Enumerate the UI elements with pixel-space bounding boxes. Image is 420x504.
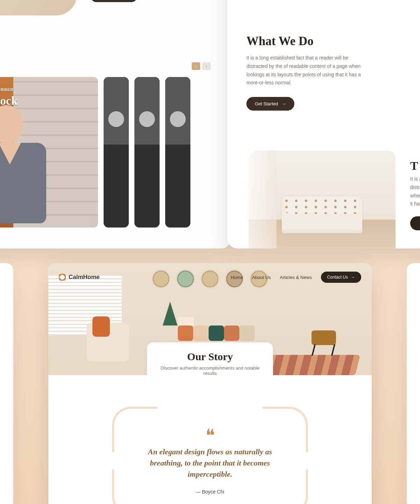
quote-section: ❝ An elegant design flows as naturally a… (48, 375, 372, 504)
second-section-title: T (410, 159, 418, 173)
quote-frame: ❝ An elegant design flows as naturally a… (112, 407, 308, 504)
about-panel: What We Do It is a long established fact… (227, 0, 420, 248)
brand[interactable]: CalmHome (59, 274, 100, 281)
second-cta-button[interactable] (410, 216, 420, 230)
cta-button-dark[interactable] (90, 0, 138, 2)
get-started-label: Get Started (255, 101, 278, 106)
team-card-2[interactable] (104, 77, 129, 227)
minimal-room-image (248, 150, 396, 248)
arrow-right-icon: → (351, 275, 355, 280)
hero-pillow (193, 326, 209, 341)
get-started-button[interactable]: Get Started → (246, 97, 294, 111)
team-member-name: Jeff Sheclock (0, 94, 18, 107)
hero-pillow (224, 326, 239, 341)
navbar: CalmHome Home About Us Articles & News C… (59, 272, 361, 283)
nav-links: Home About Us Articles & News Contact Us… (231, 272, 361, 283)
what-we-do-block: What We Do It is a long established fact… (246, 34, 369, 111)
homepage-panel: CalmHome Home About Us Articles & News C… (48, 263, 372, 504)
hero-pillow (178, 326, 193, 341)
adjacent-panel-right (407, 263, 420, 504)
team-card-4[interactable] (165, 77, 190, 227)
nav-articles[interactable]: Articles & News (280, 275, 312, 280)
hero-strip (0, 0, 77, 15)
team-role: SVP OF PRODUCT, JOBBER (0, 88, 14, 92)
team-panel: mbers d and full of vitality. ‹ › SVP OF… (0, 0, 231, 248)
brand-name: CalmHome (69, 274, 100, 281)
hero-pillow (209, 326, 224, 341)
hero-pillow (239, 326, 255, 341)
arrow-right-icon: → (281, 101, 286, 106)
nav-home[interactable]: Home (231, 275, 243, 280)
team-card-3[interactable] (134, 77, 160, 227)
hero-desk-chair (312, 321, 344, 356)
contact-us-button[interactable]: Contact Us → (321, 272, 361, 283)
our-story-card: Our Story Discover authentic accomplishm… (147, 342, 273, 375)
carousel-prev-button[interactable]: ‹ (192, 62, 200, 70)
what-we-do-body: It is a long established fact that a rea… (246, 54, 369, 87)
what-we-do-title: What We Do (246, 34, 369, 48)
our-story-title: Our Story (154, 351, 266, 363)
team-card-active[interactable]: SVP OF PRODUCT, JOBBER Jeff Sheclock (0, 77, 98, 227)
hero-armchair (87, 323, 129, 361)
second-section-body: It is a long established fact that a rea… (410, 175, 420, 208)
team-carousel: SVP OF PRODUCT, JOBBER Jeff Sheclock (0, 77, 211, 227)
brand-logo-icon (59, 274, 66, 281)
our-story-subtitle: Discover authentic accomplishments and n… (154, 365, 266, 375)
portrait-illustration (0, 98, 48, 224)
hero-section: CalmHome Home About Us Articles & News C… (48, 263, 372, 375)
nav-about[interactable]: About Us (252, 275, 271, 280)
carousel-arrows: ‹ › (192, 62, 211, 70)
contact-us-label: Contact Us (327, 275, 348, 280)
carousel-next-button[interactable]: › (202, 62, 211, 70)
adjacent-panel-left (0, 263, 13, 504)
